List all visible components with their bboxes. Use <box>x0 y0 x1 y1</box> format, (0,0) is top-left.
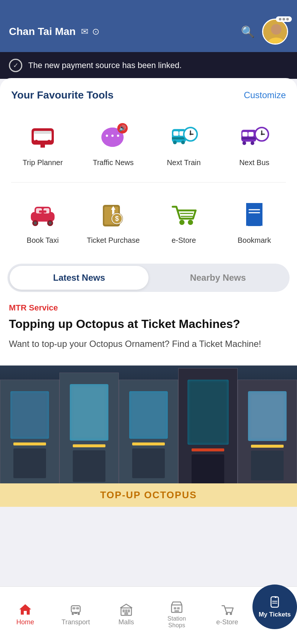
tab-nearby-news[interactable]: Nearby News <box>148 266 287 290</box>
svg-point-45 <box>49 222 52 225</box>
tab-latest-news[interactable]: Latest News <box>10 266 148 290</box>
machine-keypad-2 <box>73 450 106 482</box>
svg-point-8 <box>47 140 51 144</box>
machine-slot-1 <box>13 442 46 445</box>
machine-screen-5 <box>248 391 287 441</box>
nav-malls[interactable]: Malls <box>101 600 151 629</box>
machine-slot-4 <box>192 448 225 451</box>
svg-rect-46 <box>39 210 46 213</box>
nav-station-shops[interactable]: StationShops <box>151 597 202 632</box>
next-train-icon-wrap <box>167 120 200 153</box>
machine-keypad-4 <box>192 454 225 487</box>
svg-rect-65 <box>76 607 79 609</box>
tool-book-taxi[interactable]: Book Taxi <box>7 190 78 252</box>
ticket-purchase-icon-wrap: $ <box>97 197 130 231</box>
traffic-news-icon-wrap: 🔊 <box>97 120 130 153</box>
news-category: MTR Service <box>9 303 288 313</box>
station-shops-icon <box>170 600 183 613</box>
avatar-image <box>263 20 287 44</box>
svg-rect-76 <box>177 607 180 609</box>
tool-next-train[interactable]: Next Train <box>148 112 219 175</box>
bookmark-icon <box>239 199 269 229</box>
e-store-label: e-Store <box>172 235 196 245</box>
header: Chan Tai Man ✉ ⊙ 🔍 <box>0 0 297 52</box>
e-store-icon <box>169 199 199 229</box>
machine-keypad-3 <box>132 448 165 478</box>
svg-rect-68 <box>74 612 77 614</box>
user-name: Chan Tai Man <box>9 26 76 38</box>
machine-screen-1 <box>10 391 49 439</box>
avatar <box>262 19 288 45</box>
avatar-container[interactable] <box>262 19 288 45</box>
header-right: 🔍 <box>241 19 288 45</box>
svg-rect-73 <box>124 612 128 615</box>
machine-keypad-1 <box>13 448 46 478</box>
svg-rect-29 <box>242 132 248 136</box>
news-title: Topping up Octopus at Ticket Machines? <box>9 316 288 332</box>
news-image: TOP-UP OCTOPUS <box>0 366 297 507</box>
svg-rect-83 <box>272 603 277 603</box>
svg-point-22 <box>173 141 177 144</box>
nav-e-store[interactable]: e-Store <box>202 600 252 629</box>
svg-rect-12 <box>106 135 108 137</box>
machine-screen-2 <box>70 384 108 441</box>
svg-point-66 <box>72 613 74 615</box>
tools-divider <box>11 182 286 183</box>
customize-button[interactable]: Customize <box>244 90 286 100</box>
nav-transport[interactable]: Transport <box>50 600 101 629</box>
trip-planner-label: Trip Planner <box>23 158 63 167</box>
chat-indicator[interactable] <box>276 16 292 22</box>
svg-rect-19 <box>173 131 179 136</box>
tools-grid-row1: Trip Planner 🔊 Traffic News <box>0 109 297 178</box>
tool-ticket-purchase[interactable]: $ Ticket Purchase <box>78 190 148 252</box>
header-icons: ✉ ⊙ <box>81 26 99 37</box>
next-bus-icon <box>239 122 269 151</box>
news-tabs: Latest News Nearby News <box>7 264 290 292</box>
nav-home-label: Home <box>16 618 34 626</box>
svg-rect-9 <box>40 145 45 148</box>
machine-slot-3 <box>132 442 165 445</box>
svg-rect-6 <box>34 131 52 134</box>
nav-home[interactable]: Home <box>0 600 50 629</box>
svg-point-78 <box>226 613 228 615</box>
tool-next-bus[interactable]: Next Bus <box>219 112 290 175</box>
tools-grid-row2: Book Taxi $ Ticket Purchase <box>0 186 297 256</box>
search-icon[interactable]: 🔍 <box>241 25 255 38</box>
topup-banner: TOP-UP OCTOPUS <box>0 483 297 507</box>
mail-icon[interactable]: ✉ <box>81 26 88 37</box>
transport-icon <box>69 603 82 616</box>
bookmark-label: Bookmark <box>238 235 271 245</box>
chat-dot-3 <box>286 18 289 20</box>
chat-dot-2 <box>283 18 285 20</box>
main-card: Your Favourite Tools Customize Trip Plan… <box>0 78 297 507</box>
svg-point-23 <box>181 141 185 144</box>
book-taxi-icon-wrap <box>26 197 59 231</box>
nav-transport-label: Transport <box>62 618 90 626</box>
svg-point-79 <box>230 613 232 615</box>
ticket-purchase-icon: $ <box>98 199 128 229</box>
news-subtitle: Want to top-up your Octopus Ornament? Fi… <box>9 337 288 351</box>
tools-header: Your Favourite Tools Customize <box>0 78 297 109</box>
svg-point-27 <box>190 133 192 135</box>
ticket-purchase-label: Ticket Purchase <box>87 235 140 245</box>
my-tickets-label: My Tickets <box>259 611 291 618</box>
traffic-news-icon: 🔊 <box>98 122 128 151</box>
machine-slot-5 <box>251 445 284 448</box>
my-tickets-button[interactable]: My Tickets <box>252 585 297 629</box>
machine-keypad-5 <box>251 451 284 480</box>
tool-e-store[interactable]: e-Store <box>148 190 219 252</box>
chat-dot-1 <box>279 18 281 20</box>
tool-traffic-news[interactable]: 🔊 Traffic News <box>78 112 148 175</box>
tool-bookmark[interactable]: Bookmark <box>219 190 290 252</box>
machine-screen-4 <box>187 380 229 445</box>
profile-icon[interactable]: ⊙ <box>92 26 99 37</box>
my-tickets-icon <box>268 595 281 609</box>
svg-rect-82 <box>272 601 277 602</box>
home-icon <box>19 603 32 616</box>
nav-e-store-label: e-Store <box>216 618 238 626</box>
tool-trip-planner[interactable]: Trip Planner <box>7 112 78 175</box>
svg-rect-30 <box>248 132 254 136</box>
header-left: Chan Tai Man ✉ ⊙ <box>9 26 99 38</box>
svg-rect-72 <box>128 609 130 612</box>
svg-point-33 <box>251 141 254 145</box>
